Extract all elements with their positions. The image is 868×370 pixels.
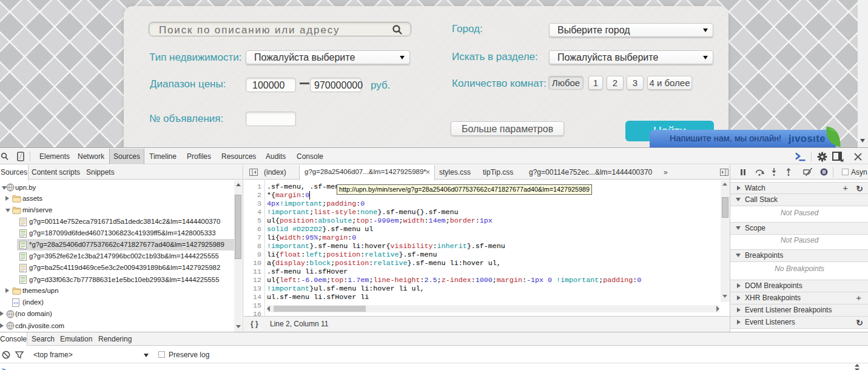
svg-text:<>: <> [13, 301, 18, 306]
